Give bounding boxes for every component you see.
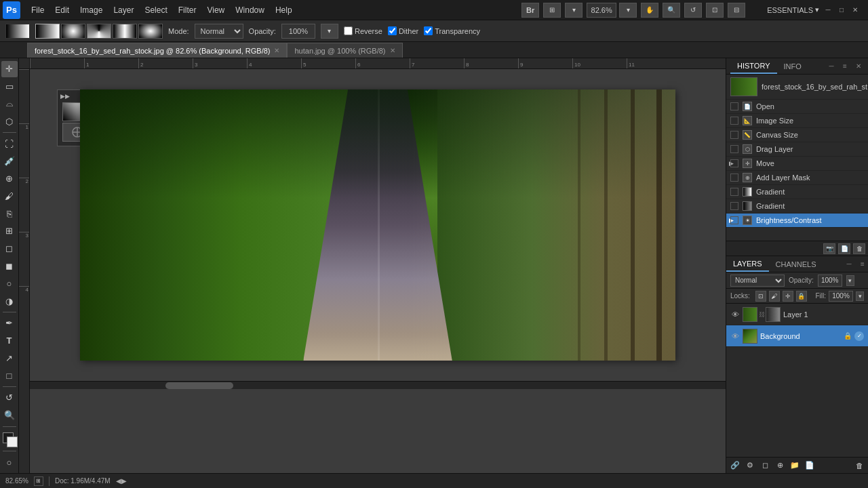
zoom-tool-btn[interactable]: 🔍 bbox=[663, 3, 680, 18]
opacity-dropdown[interactable]: ▾ bbox=[321, 24, 338, 39]
lock-all-btn[interactable]: 🔒 bbox=[796, 291, 807, 302]
angle-gradient-btn[interactable] bbox=[87, 24, 111, 39]
diamond-gradient-btn[interactable] bbox=[138, 24, 163, 39]
h-scrollbar[interactable] bbox=[30, 381, 726, 389]
quick-select-tool[interactable]: ⬡ bbox=[1, 113, 18, 129]
marquee-tool[interactable]: ▭ bbox=[1, 79, 18, 95]
menu-view[interactable]: View bbox=[201, 3, 230, 18]
extras-btn[interactable]: ⊟ bbox=[728, 3, 745, 18]
menu-window[interactable]: Window bbox=[230, 3, 270, 18]
layers-collapse-btn[interactable]: ─ bbox=[844, 259, 854, 270]
eraser-tool[interactable]: ◻ bbox=[1, 241, 18, 257]
history-move-checkbox[interactable] bbox=[730, 159, 738, 167]
fill-arrow[interactable]: ▾ bbox=[856, 291, 864, 301]
zoom-tool[interactable]: 🔍 bbox=[1, 407, 18, 424]
menu-filter[interactable]: Filter bbox=[173, 3, 202, 18]
tab-hutan-close[interactable]: ✕ bbox=[390, 47, 395, 54]
history-brush-tool[interactable]: ⊞ bbox=[1, 223, 18, 239]
layers-opacity-input[interactable] bbox=[818, 274, 842, 287]
foreground-bg-colors[interactable] bbox=[1, 432, 18, 449]
brush-tool[interactable]: 🖌 bbox=[1, 188, 18, 204]
move-tool[interactable]: ✛ bbox=[1, 61, 18, 77]
lock-image-btn[interactable]: 🖌 bbox=[769, 291, 780, 302]
menu-edit[interactable]: Edit bbox=[50, 3, 75, 18]
history-gradient2[interactable]: Gradient bbox=[726, 199, 868, 214]
dither-checkbox[interactable] bbox=[388, 26, 397, 35]
delete-layer-btn[interactable]: 🗑 bbox=[853, 460, 865, 471]
history-draglayer[interactable]: ⬡ Drag Layer bbox=[726, 142, 868, 157]
history-open[interactable]: 📄 Open bbox=[726, 100, 868, 114]
tab-channels[interactable]: CHANNELS bbox=[769, 256, 823, 272]
history-brightness-checkbox[interactable] bbox=[730, 216, 738, 224]
history-addmask[interactable]: ⊕ Add Layer Mask bbox=[726, 171, 868, 185]
h-scrollbar-thumb[interactable] bbox=[165, 382, 233, 389]
layer1-visibility[interactable]: 👁 bbox=[730, 310, 740, 319]
history-close-btn[interactable]: ✕ bbox=[853, 61, 864, 72]
history-collapse-btn[interactable]: ─ bbox=[826, 61, 837, 72]
transparency-checkbox[interactable] bbox=[424, 26, 433, 35]
close-btn[interactable]: ✕ bbox=[850, 5, 860, 15]
quick-mask-btn[interactable]: ○ bbox=[1, 454, 18, 470]
arrange-dropdown[interactable]: ▾ bbox=[565, 3, 583, 18]
menu-help[interactable]: Help bbox=[270, 3, 298, 18]
history-brightness[interactable]: ▶ ☀ Brightness/Contrast bbox=[726, 214, 868, 228]
link-layers-btn[interactable]: 🔗 bbox=[729, 460, 741, 471]
bridge-button[interactable]: Br bbox=[521, 3, 539, 18]
screen-mode-btn[interactable]: ⊡ bbox=[706, 3, 724, 18]
background-color[interactable] bbox=[7, 436, 18, 447]
blur-tool[interactable]: ○ bbox=[1, 275, 18, 291]
layers-blend-mode[interactable]: Normal Multiply Screen bbox=[730, 274, 785, 287]
reflect-gradient-btn[interactable] bbox=[113, 24, 137, 39]
tab-history[interactable]: HISTORY bbox=[730, 58, 777, 74]
history-open-checkbox[interactable] bbox=[730, 102, 738, 110]
clone-tool[interactable]: ⎘ bbox=[1, 205, 18, 222]
new-layer-btn[interactable]: 📄 bbox=[804, 460, 816, 471]
tab-info[interactable]: INFO bbox=[777, 58, 808, 74]
history-canvassize-checkbox[interactable] bbox=[730, 131, 738, 139]
menu-file[interactable]: File bbox=[26, 3, 50, 18]
text-tool[interactable]: T bbox=[1, 333, 18, 349]
lasso-tool[interactable]: ⌓ bbox=[1, 96, 18, 113]
history-snapshot-btn[interactable]: 📷 bbox=[823, 243, 835, 254]
history-gradient1-checkbox[interactable] bbox=[730, 188, 738, 196]
history-addmask-checkbox[interactable] bbox=[730, 174, 738, 182]
history-imagesize[interactable]: 📐 Image Size bbox=[726, 114, 868, 128]
history-menu-btn[interactable]: ≡ bbox=[840, 61, 850, 72]
history-delete-btn[interactable]: 🗑 bbox=[853, 243, 865, 254]
pan-tool-btn[interactable]: ✋ bbox=[641, 3, 658, 18]
history-move[interactable]: ▶ ✛ Move bbox=[726, 157, 868, 171]
status-arrows[interactable]: ◀▶ bbox=[116, 477, 127, 485]
layer-item-background[interactable]: 👁 Background 🔒 ✓ bbox=[726, 325, 868, 347]
rotate-view-tool[interactable]: ↺ bbox=[1, 390, 18, 406]
reverse-checkbox[interactable] bbox=[344, 26, 353, 35]
menu-layer[interactable]: Layer bbox=[108, 3, 139, 18]
path-select-tool[interactable]: ↗ bbox=[1, 350, 18, 366]
maximize-btn[interactable]: □ bbox=[837, 5, 846, 15]
background-visibility[interactable]: 👁 bbox=[730, 331, 740, 341]
zoom-dropdown[interactable]: ▾ bbox=[619, 3, 637, 18]
group-layers-btn[interactable]: 📁 bbox=[789, 460, 801, 471]
shape-tool[interactable]: □ bbox=[1, 367, 18, 384]
history-draglayer-checkbox[interactable] bbox=[730, 145, 738, 153]
dodge-tool[interactable]: ◑ bbox=[1, 293, 18, 309]
tab-layers[interactable]: LAYERS bbox=[726, 256, 769, 272]
canvas-image[interactable] bbox=[80, 89, 675, 361]
crop-tool[interactable]: ⛶ bbox=[1, 136, 18, 152]
healing-tool[interactable]: ⊕ bbox=[1, 171, 18, 187]
linear-gradient-btn[interactable] bbox=[35, 24, 60, 39]
rotate-tool-btn[interactable]: ↺ bbox=[684, 3, 702, 18]
opacity-arrow[interactable]: ▾ bbox=[846, 275, 854, 286]
canvas-scroll[interactable]: ▶▶ ✕ bbox=[30, 69, 726, 473]
dither-checkbox-label[interactable]: Dither bbox=[388, 26, 418, 35]
menu-image[interactable]: Image bbox=[75, 3, 108, 18]
opacity-input[interactable] bbox=[281, 24, 315, 39]
menu-select[interactable]: Select bbox=[139, 3, 172, 18]
history-imagesize-checkbox[interactable] bbox=[730, 117, 738, 125]
layer-style-btn[interactable]: ⚙ bbox=[744, 460, 756, 471]
gradient-tool[interactable]: ◼ bbox=[1, 258, 18, 274]
minimize-btn[interactable]: ─ bbox=[823, 5, 833, 15]
workspace-btn[interactable]: ESSENTIALS ▾ bbox=[767, 5, 819, 14]
gradient-swatch[interactable] bbox=[5, 24, 30, 39]
pen-tool[interactable]: ✒ bbox=[1, 315, 18, 331]
eyedropper-tool[interactable]: 💉 bbox=[1, 153, 18, 169]
